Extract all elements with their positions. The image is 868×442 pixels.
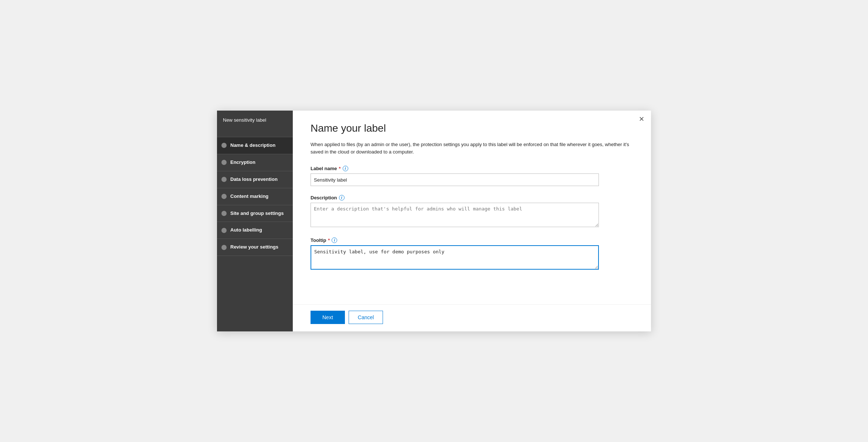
sidebar-item-encryption[interactable]: Encryption bbox=[217, 154, 293, 171]
label-name-field-group: Label name * i bbox=[311, 166, 633, 186]
sidebar-dot bbox=[221, 194, 227, 199]
tooltip-label: Tooltip * i bbox=[311, 237, 633, 243]
next-button[interactable]: Next bbox=[311, 311, 345, 324]
description-field-group: Description i bbox=[311, 195, 633, 229]
description-info-icon[interactable]: i bbox=[339, 195, 345, 200]
required-star-tooltip: * bbox=[328, 237, 330, 243]
sidebar-item-label: Content marking bbox=[230, 193, 268, 200]
sidebar-item-review-settings[interactable]: Review your settings bbox=[217, 239, 293, 256]
tooltip-info-icon[interactable]: i bbox=[332, 237, 337, 243]
required-star: * bbox=[339, 166, 341, 171]
sidebar-dot bbox=[221, 143, 227, 148]
page-title: Name your label bbox=[311, 122, 633, 134]
sidebar-item-content-marking[interactable]: Content marking bbox=[217, 188, 293, 205]
sidebar-item-name-description[interactable]: Name & description bbox=[217, 137, 293, 154]
main-content: Name your label When applied to files (b… bbox=[293, 111, 651, 304]
new-sensitivity-label-dialog: New sensitivity label Name & description… bbox=[217, 111, 651, 331]
sidebar-title: New sensitivity label bbox=[217, 111, 293, 137]
sidebar-dot bbox=[221, 211, 227, 216]
label-name-input[interactable] bbox=[311, 173, 599, 186]
sidebar-item-label: Auto labelling bbox=[230, 227, 262, 233]
sidebar-dot bbox=[221, 245, 227, 250]
description-label: Description i bbox=[311, 195, 633, 200]
footer: Next Cancel bbox=[293, 304, 651, 331]
tooltip-textarea[interactable] bbox=[311, 245, 599, 270]
cancel-button[interactable]: Cancel bbox=[349, 311, 383, 324]
sidebar-item-auto-labelling[interactable]: Auto labelling bbox=[217, 222, 293, 239]
sidebar-dot bbox=[221, 177, 227, 182]
label-name-info-icon[interactable]: i bbox=[343, 166, 348, 171]
sidebar-dot bbox=[221, 228, 227, 233]
close-button[interactable]: ✕ bbox=[639, 116, 644, 122]
sidebar-item-site-group-settings[interactable]: Site and group settings bbox=[217, 205, 293, 222]
main-panel: ✕ Name your label When applied to files … bbox=[293, 111, 651, 331]
tooltip-field-group: Tooltip * i bbox=[311, 237, 633, 271]
sidebar-item-label: Review your settings bbox=[230, 244, 278, 250]
description-textarea[interactable] bbox=[311, 203, 599, 227]
sidebar-item-label: Name & description bbox=[230, 142, 275, 149]
sidebar-item-data-loss-prevention[interactable]: Data loss prevention bbox=[217, 171, 293, 188]
sidebar-dot bbox=[221, 160, 227, 165]
sidebar-item-label: Encryption bbox=[230, 159, 255, 166]
sidebar-item-label: Site and group settings bbox=[230, 210, 284, 217]
sidebar-item-label: Data loss prevention bbox=[230, 176, 278, 183]
page-description: When applied to files (by an admin or th… bbox=[311, 141, 633, 155]
sidebar: New sensitivity label Name & description… bbox=[217, 111, 293, 331]
label-name-label: Label name * i bbox=[311, 166, 633, 171]
